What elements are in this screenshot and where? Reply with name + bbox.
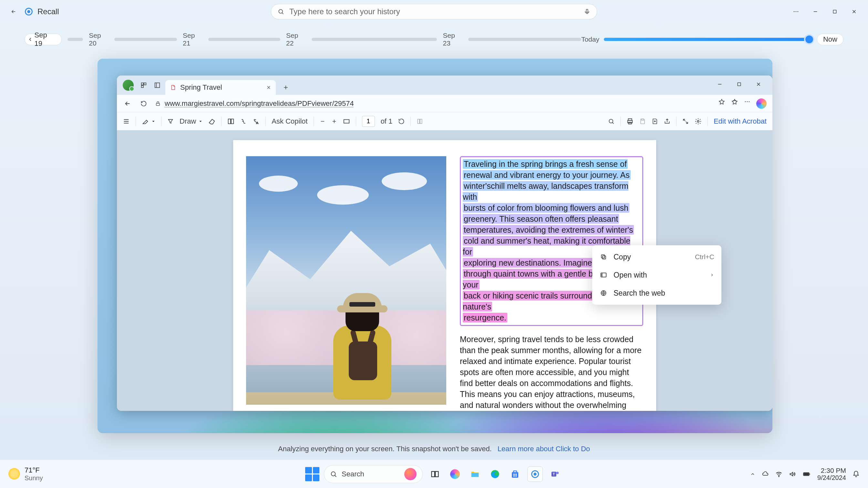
wifi-icon[interactable] xyxy=(775,470,782,478)
battery-icon[interactable] xyxy=(802,470,811,478)
task-view-icon[interactable] xyxy=(427,466,443,482)
favorite-add-icon[interactable] xyxy=(718,98,725,109)
translate-button[interactable] xyxy=(252,118,259,125)
store-icon[interactable] xyxy=(507,466,523,482)
edge-icon[interactable] xyxy=(487,466,503,482)
copy-icon xyxy=(599,253,608,261)
edge-maximize-button[interactable] xyxy=(734,79,744,89)
timeline-date[interactable]: Sep 21 xyxy=(183,32,204,47)
svg-point-46 xyxy=(556,471,559,474)
svg-point-43 xyxy=(533,473,536,476)
zoom-in-button[interactable] xyxy=(331,119,337,124)
timeline[interactable]: Sep 19 Sep 20 Sep 21 Sep 22 Sep 23 Today… xyxy=(0,30,868,49)
save-button[interactable] xyxy=(640,118,646,125)
svg-point-22 xyxy=(609,119,613,123)
edge-more-icon[interactable] xyxy=(744,98,750,109)
svg-rect-41 xyxy=(516,475,517,476)
timeline-scrubber[interactable] xyxy=(805,35,813,43)
recall-logo-icon xyxy=(24,7,34,17)
svg-rect-39 xyxy=(516,474,517,475)
teams-icon[interactable]: T xyxy=(547,466,563,482)
new-tab-button[interactable] xyxy=(280,82,291,93)
rotate-button[interactable] xyxy=(398,118,405,125)
back-button[interactable] xyxy=(9,7,18,16)
workspaces-icon[interactable] xyxy=(138,80,149,91)
url-field[interactable]: www.margiestravel.com/springtravelideas/… xyxy=(155,99,712,108)
print-button[interactable] xyxy=(626,118,633,125)
edge-minimize-button[interactable] xyxy=(715,79,724,89)
svg-rect-12 xyxy=(738,83,740,86)
browser-tab[interactable]: Spring Travel xyxy=(165,80,276,95)
onedrive-icon[interactable] xyxy=(762,470,769,478)
filter-button[interactable] xyxy=(167,118,174,125)
learn-more-link[interactable]: Learn more about Click to Do xyxy=(498,445,590,453)
context-menu-copy[interactable]: Copy Ctrl+C xyxy=(592,248,721,266)
svg-rect-21 xyxy=(420,119,422,123)
share-button[interactable] xyxy=(664,118,671,125)
notifications-icon[interactable] xyxy=(852,470,860,478)
svg-rect-19 xyxy=(344,120,349,123)
save-as-button[interactable] xyxy=(652,118,658,125)
fullscreen-button[interactable] xyxy=(682,118,689,125)
pdf-icon xyxy=(170,84,176,91)
maximize-button[interactable] xyxy=(830,7,840,17)
page-view-button[interactable] xyxy=(416,118,423,125)
edge-close-button[interactable] xyxy=(754,79,764,89)
nav-refresh-button[interactable] xyxy=(139,99,149,108)
find-button[interactable] xyxy=(608,118,615,125)
svg-point-1 xyxy=(27,10,30,13)
explorer-icon[interactable] xyxy=(467,466,483,482)
draw-button[interactable]: Draw xyxy=(180,117,203,126)
mic-icon[interactable] xyxy=(584,8,590,15)
svg-rect-7 xyxy=(833,10,836,13)
weather-widget[interactable]: 71°F Sunny xyxy=(8,466,43,482)
timeline-date[interactable]: Sep 22 xyxy=(286,32,307,47)
nav-back-button[interactable] xyxy=(123,99,132,108)
history-search-input[interactable] xyxy=(289,7,584,16)
paragraph[interactable]: Moreover, spring travel tends to be less… xyxy=(460,334,643,411)
recall-taskbar-icon[interactable] xyxy=(527,466,543,482)
search-icon xyxy=(278,8,284,15)
copilot-taskbar-icon[interactable] xyxy=(447,466,463,482)
globe-icon xyxy=(599,289,608,297)
taskbar-search[interactable]: Search xyxy=(324,465,423,483)
highlight-button[interactable] xyxy=(142,118,155,125)
timeline-date[interactable]: Sep 23 xyxy=(443,32,464,47)
zoom-out-button[interactable] xyxy=(320,119,326,124)
context-menu-search-web[interactable]: Search the web xyxy=(592,284,721,302)
favorites-icon[interactable] xyxy=(731,98,738,109)
settings-button[interactable] xyxy=(694,118,702,125)
start-button[interactable] xyxy=(305,467,319,481)
timeline-start-date[interactable]: Sep 19 xyxy=(25,34,62,45)
svg-point-32 xyxy=(331,471,336,476)
fit-page-button[interactable] xyxy=(343,118,350,125)
copilot-icon[interactable] xyxy=(756,98,767,109)
vertical-tabs-icon[interactable] xyxy=(152,80,163,91)
taskbar: 71°F Sunny Search T 2:30 PM 9/24/2024 xyxy=(0,460,868,488)
open-with-icon xyxy=(599,271,608,279)
more-button[interactable] xyxy=(791,7,801,17)
erase-button[interactable] xyxy=(208,118,215,125)
close-button[interactable] xyxy=(849,7,859,17)
two-page-button[interactable] xyxy=(227,118,235,125)
tray-chevron-icon[interactable] xyxy=(750,471,755,477)
page-number-input[interactable] xyxy=(362,116,375,127)
read-aloud-button[interactable] xyxy=(240,118,247,125)
edit-acrobat-link[interactable]: Edit with Acrobat xyxy=(714,117,767,126)
context-menu-open-with[interactable]: Open with xyxy=(592,266,721,284)
clock[interactable]: 2:30 PM 9/24/2024 xyxy=(817,467,846,481)
volume-icon[interactable] xyxy=(789,470,796,478)
history-search[interactable] xyxy=(271,4,597,20)
snapshot-preview: Spring Travel www.margiestravel.com/spri… xyxy=(97,59,772,433)
recall-title: Recall xyxy=(37,7,59,16)
ask-copilot-button[interactable]: Ask Copilot xyxy=(272,117,307,126)
search-icon xyxy=(330,470,337,478)
timeline-now-button[interactable]: Now xyxy=(817,34,843,45)
tab-close-icon[interactable] xyxy=(266,85,271,90)
edge-address-bar: www.margiestravel.com/springtravelideas/… xyxy=(117,95,772,112)
profile-avatar[interactable] xyxy=(123,80,134,91)
document-image xyxy=(246,156,446,405)
contents-button[interactable] xyxy=(123,118,130,125)
timeline-date[interactable]: Sep 20 xyxy=(89,32,110,47)
minimize-button[interactable] xyxy=(810,7,820,17)
